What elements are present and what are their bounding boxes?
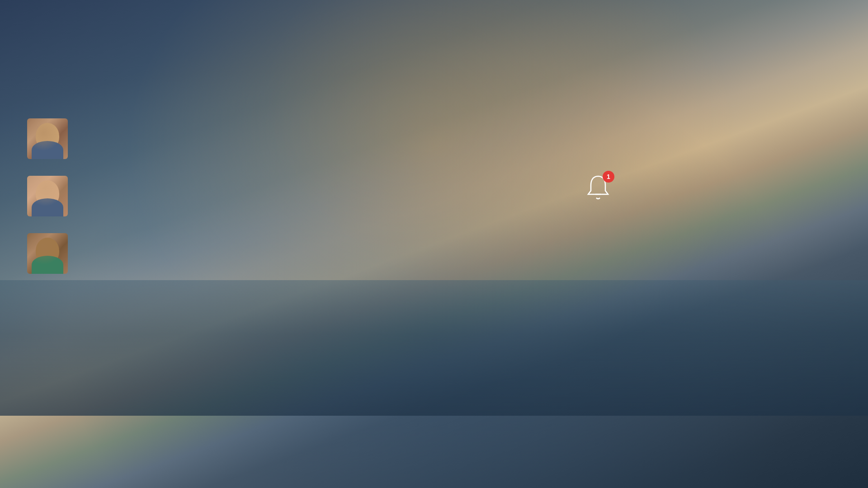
face-body-2 (32, 198, 63, 216)
face-head-1 (36, 123, 59, 149)
member-photo-2 (27, 176, 68, 216)
face-shape-1 (27, 118, 68, 159)
face-shape-3 (27, 233, 68, 274)
background (0, 0, 868, 488)
face-shape-2 (27, 176, 68, 216)
face-body-1 (32, 141, 63, 159)
face-head-3 (36, 238, 59, 264)
face-head-2 (36, 180, 59, 206)
member-photo-1 (27, 118, 68, 159)
notification-badge: 1 (603, 171, 614, 183)
notification-icon-wrapper: 1 (585, 174, 612, 202)
notification-icon-container: 1 (582, 172, 614, 204)
member-photo-3 (27, 233, 68, 274)
face-body-3 (32, 256, 63, 274)
